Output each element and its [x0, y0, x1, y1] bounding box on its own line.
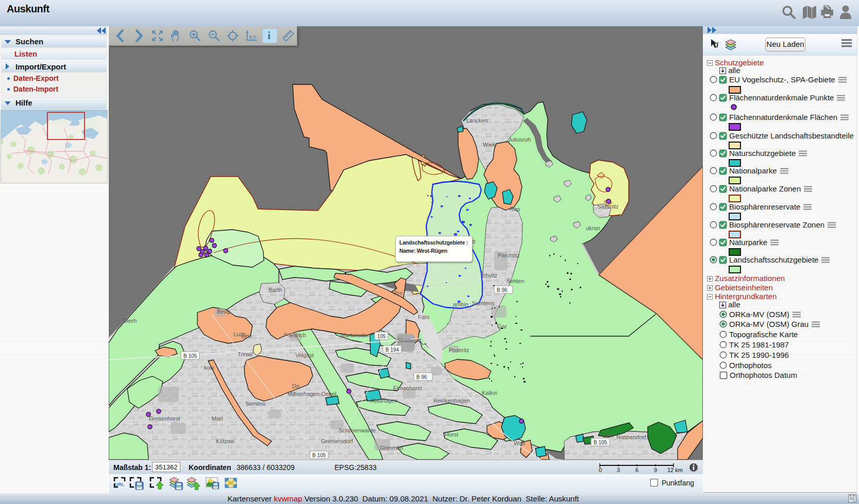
svg-text:Trinwi: Trinwi	[238, 351, 252, 357]
svg-text:B 105: B 105	[594, 440, 608, 445]
svg-text:6: 6	[635, 467, 638, 473]
svg-text:Rap: Rap	[510, 206, 520, 212]
svg-text:Poseritz: Poseritz	[449, 347, 469, 353]
svg-text:B 105: B 105	[312, 453, 326, 458]
svg-text:B 194: B 194	[385, 347, 399, 353]
svg-text:Abtshagen: Abtshagen	[370, 397, 398, 404]
svg-text:3: 3	[617, 467, 620, 473]
svg-text:Beug: Beug	[217, 308, 230, 315]
svg-text:0: 0	[599, 467, 602, 473]
svg-text:Lancken: Lancken	[466, 117, 488, 124]
svg-text:Wiek: Wiek	[483, 142, 496, 148]
svg-text:Parchtitz: Parchtitz	[498, 252, 520, 258]
svg-text:Martensdorf: Martensdorf	[341, 332, 372, 338]
svg-text:9: 9	[654, 467, 657, 473]
svg-text:Lude: Lude	[233, 331, 246, 337]
svg-text:B 96: B 96	[497, 287, 508, 293]
svg-text:12 km: 12 km	[667, 467, 683, 473]
svg-text:Horst: Horst	[445, 431, 458, 438]
svg-text:Gresenhorst: Gresenhorst	[149, 415, 180, 422]
svg-text:Do: Do	[292, 383, 299, 389]
svg-text:Kölzow: Kölzow	[216, 438, 234, 444]
svg-text:Gar: Gar	[497, 323, 507, 329]
svg-text:Juliusruh: Juliusruh	[508, 136, 531, 143]
svg-text:Millienhagen-Oebel: Millienhagen-Oebel	[288, 391, 336, 397]
svg-text:i: i	[267, 30, 271, 41]
svg-text:Fähr: Fähr	[418, 314, 430, 320]
svg-text:ukran: ukran	[586, 225, 600, 231]
svg-text:B 96: B 96	[416, 374, 427, 380]
svg-text:Semlow: Semlow	[245, 401, 265, 407]
svg-text:105: 105	[377, 334, 386, 339]
svg-text:Velgäst: Velgäst	[295, 352, 314, 358]
svg-text:Sassnitz: Sassnitz	[597, 203, 619, 210]
svg-text:Sehlen: Sehlen	[507, 278, 524, 284]
svg-text:Gremersdorf: Gremersdorf	[321, 438, 353, 444]
svg-text:Friedrich: Friedrich	[284, 332, 306, 338]
svg-text:Wan: Wan	[514, 440, 525, 446]
svg-text:Dierh: Dierh	[123, 318, 137, 324]
svg-text:chvitz: chvitz	[483, 272, 497, 279]
svg-text:X,Y: X,Y	[249, 34, 256, 40]
svg-text:B 105: B 105	[183, 353, 197, 359]
svg-text:URL: URL	[115, 482, 125, 487]
svg-text:Elmenhorst: Elmenhorst	[393, 385, 422, 391]
svg-text:Nonnendorf: Nonnendorf	[616, 434, 646, 440]
svg-text:Kalkvi: Kalkvi	[482, 390, 497, 396]
svg-text:Grimmen: Grimmen	[380, 445, 403, 451]
svg-text:Schönenwalde: Schönenwalde	[339, 427, 376, 433]
svg-text:Pro: Pro	[394, 290, 402, 296]
svg-text:Stralsund: Stralsund	[397, 337, 421, 343]
svg-text:ambin: ambin	[453, 301, 468, 307]
svg-text:kow: kow	[204, 364, 214, 371]
svg-text:ubm: ubm	[602, 432, 613, 439]
svg-text:i: i	[716, 41, 719, 49]
svg-text:Marl: Marl	[212, 415, 223, 422]
svg-text:Samtens: Samtens	[472, 300, 495, 306]
svg-text:Reinkenhagen: Reinkenhagen	[433, 397, 470, 404]
svg-text:Barth: Barth	[268, 287, 282, 293]
